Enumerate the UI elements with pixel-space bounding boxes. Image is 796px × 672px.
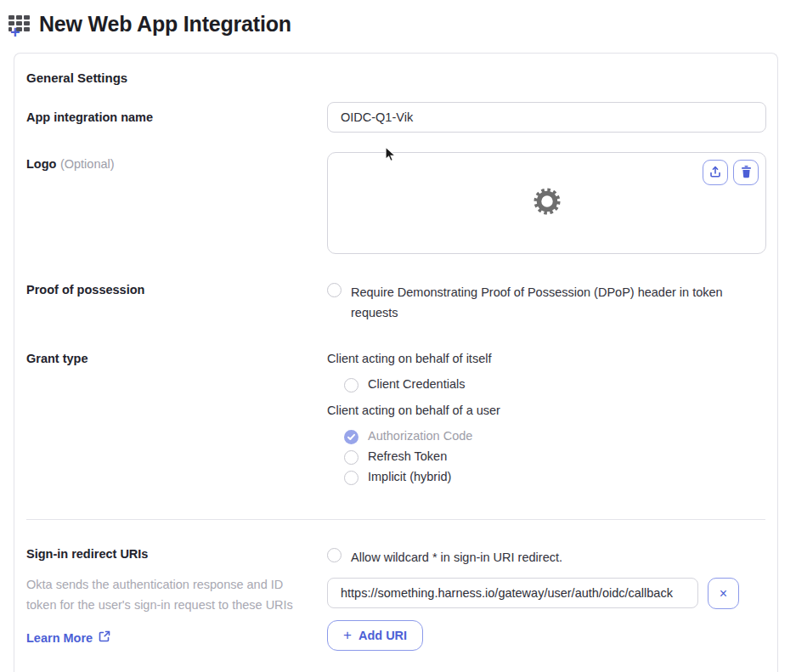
app-name-label: App integration name <box>26 110 153 124</box>
add-uri-label: Add URI <box>358 629 407 642</box>
logo-optional-label: (Optional) <box>60 157 115 171</box>
refresh-token-checkbox[interactable] <box>344 450 358 465</box>
plus-icon: + <box>343 627 352 644</box>
implicit-hybrid-label: Implicit (hybrid) <box>368 469 451 485</box>
logo-row: Logo (Optional) <box>26 152 765 254</box>
learn-more-label: Learn More <box>26 631 93 645</box>
upload-icon <box>708 165 722 181</box>
grant-type-row: Grant type Client acting on behalf of it… <box>26 351 765 495</box>
grant-option-implicit-hybrid: Implicit (hybrid) <box>344 469 766 485</box>
implicit-hybrid-checkbox[interactable] <box>344 471 358 485</box>
external-link-icon <box>99 630 110 645</box>
logo-label: Logo <box>26 157 56 171</box>
grant-group-heading-itself: Client acting on behalf of itself <box>327 351 766 366</box>
close-icon: × <box>720 587 727 601</box>
refresh-token-label: Refresh Token <box>368 449 447 465</box>
proof-of-possession-label: Proof of possession <box>26 283 144 296</box>
section-divider <box>26 519 765 520</box>
dpop-checkbox-label: Require Demonstrating Proof of Possessio… <box>351 282 740 323</box>
grant-type-label: Grant type <box>26 352 88 365</box>
trash-icon <box>740 165 753 181</box>
add-uri-button[interactable]: + Add URI <box>327 620 423 651</box>
section-title: General Settings <box>26 71 765 85</box>
grant-option-refresh-token: Refresh Token <box>344 449 766 465</box>
grant-option-authorization-code: Authorization Code <box>344 428 766 444</box>
wildcard-checkbox-label: Allow wildcard * in sign-in URI redirect… <box>351 547 562 568</box>
general-settings-card: General Settings App integration name Lo… <box>14 53 778 672</box>
redirect-uri-input[interactable] <box>327 578 698 608</box>
client-credentials-checkbox[interactable] <box>344 378 358 392</box>
wildcard-checkbox[interactable] <box>327 548 342 562</box>
authorization-code-checkbox[interactable] <box>344 430 358 444</box>
redirect-uris-row: Sign-in redirect URIs Okta sends the aut… <box>26 547 765 651</box>
app-name-row: App integration name <box>26 102 765 133</box>
remove-uri-button[interactable]: × <box>708 578 739 609</box>
client-credentials-label: Client Credentials <box>368 376 465 392</box>
gear-icon <box>530 184 564 222</box>
grant-group-heading-user: Client acting on behalf of a user <box>327 403 766 418</box>
delete-logo-button[interactable] <box>733 160 759 185</box>
dpop-checkbox[interactable] <box>327 283 342 297</box>
redirect-uris-helper-text: Okta sends the authentication response a… <box>26 574 308 615</box>
page-title: New Web App Integration <box>39 12 291 37</box>
upload-logo-button[interactable] <box>703 160 728 185</box>
authorization-code-label: Authorization Code <box>368 428 472 444</box>
redirect-uris-label: Sign-in redirect URIs <box>26 547 327 561</box>
proof-of-possession-row: Proof of possession Require Demonstratin… <box>26 282 765 323</box>
page-header: + New Web App Integration <box>0 0 796 37</box>
logo-dropzone[interactable] <box>327 152 766 254</box>
learn-more-link[interactable]: Learn More <box>26 630 110 645</box>
app-name-input[interactable] <box>327 102 766 133</box>
wildcard-check-row: Allow wildcard * in sign-in URI redirect… <box>327 547 766 568</box>
grid-plus-icon: + <box>8 14 31 36</box>
grant-option-client-credentials: Client Credentials <box>344 376 766 392</box>
